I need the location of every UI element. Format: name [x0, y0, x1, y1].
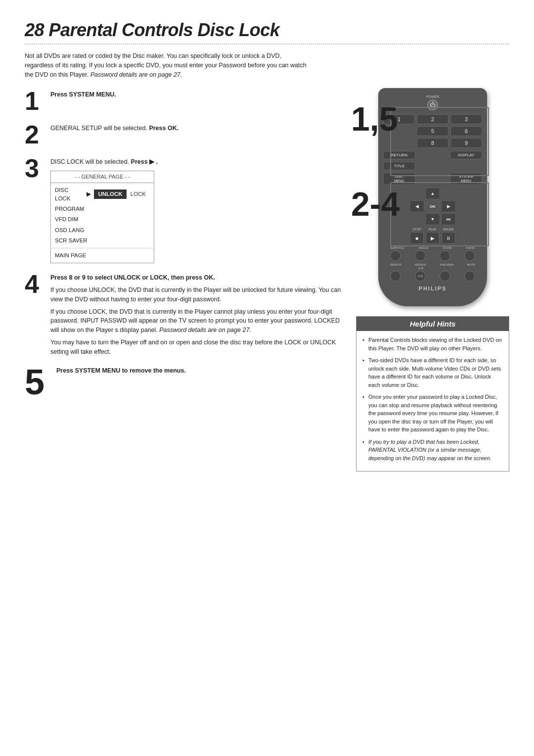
repeat-ab-label: REPEATA-B	[415, 263, 427, 270]
main-layout: 1 Press SYSTEM MENU. 2 GENERAL SETUP wil…	[25, 88, 509, 472]
btn-9[interactable]: 9	[450, 138, 482, 148]
mute-label: MUTE	[467, 263, 475, 270]
hint-item-2: Two-sided DVDs have a different ID for e…	[362, 356, 503, 389]
step-4-number: 4	[25, 271, 44, 297]
bottom-labels-2: REPEAT REPEATA-B PREVIEW MUTE	[383, 263, 482, 270]
cross-empty-tr	[441, 188, 456, 199]
menu-row-btns: DISCMENU SYSTEMMENU	[383, 173, 482, 185]
spacer1	[417, 151, 448, 159]
mute-button[interactable]	[464, 271, 475, 282]
pause-button[interactable]: ⏸	[442, 232, 455, 244]
step-3: 3 DISC LOCK will be selected. Press ▶ . …	[25, 155, 346, 263]
btn-2[interactable]: 2	[417, 114, 448, 124]
display-button[interactable]: DISPLAY	[450, 151, 482, 159]
step-1: 1 Press SYSTEM MENU.	[25, 88, 346, 114]
preview-label: PREVIEW	[440, 263, 454, 270]
intro-text: Not all DVDs are rated or coded by the D…	[25, 51, 312, 79]
circle-row-1	[383, 250, 482, 261]
step-5-bold: Press SYSTEM MENU to remove the menus.	[56, 367, 186, 374]
transport-buttons: ■ ▶ ⏸	[383, 232, 482, 244]
step-2-number: 2	[25, 122, 44, 147]
repeat-ab-button[interactable]: A-B	[415, 271, 426, 282]
step-1-bold: Press SYSTEM MENU.	[50, 91, 116, 98]
transport-labels: STOP PLAY PAUSE	[383, 228, 482, 231]
on-screen-menu: - - GENERAL PAGE - - DISC LOCK ▶ UNLOCK …	[50, 171, 154, 263]
btn-4-empty	[383, 126, 415, 136]
down-button[interactable]: ▼	[425, 213, 440, 225]
step-4-bold-intro: Press 8 or 9 to select UNLOCK or LOCK, t…	[50, 274, 215, 281]
hint-item-1: Parental Controls blocks viewing of the …	[362, 336, 503, 352]
subtitle-label: SUBTITLE	[390, 246, 404, 249]
spacer2	[417, 162, 448, 170]
step-4-content: Press 8 or 9 to select UNLOCK or LOCK, t…	[50, 271, 346, 356]
audio-button[interactable]	[464, 250, 475, 261]
step-2-text: GENERAL SETUP will be selected.	[50, 125, 147, 132]
step-4: 4 Press 8 or 9 to select UNLOCK or LOCK,…	[25, 271, 346, 356]
step-2-content: GENERAL SETUP will be selected. Press OK…	[50, 122, 346, 133]
right-column: 1,5 2-4 POWER ⏻ 1 2 3 5 6	[356, 88, 509, 472]
audio-label: AUDIO	[466, 246, 475, 249]
step-4-para1: If you choose UNLOCK, the DVD that is cu…	[50, 285, 346, 304]
btn-8[interactable]: 8	[417, 138, 448, 148]
left-column: 1 Press SYSTEM MENU. 2 GENERAL SETUP wil…	[25, 88, 346, 472]
step-3-number: 3	[25, 155, 44, 181]
btn-5[interactable]: 5	[417, 126, 448, 136]
zoom-button[interactable]	[440, 250, 450, 261]
disc-menu-button[interactable]: DISCMENU	[383, 173, 415, 185]
subtitle-button[interactable]	[390, 250, 401, 261]
fast-forward-button[interactable]: ⏭	[441, 213, 456, 225]
cross-empty-tl	[409, 188, 424, 199]
play-label: PLAY	[426, 228, 440, 231]
page-title: 28 Parental Controls Disc Lock	[25, 20, 509, 41]
btn-6[interactable]: 6	[450, 126, 482, 136]
return-button[interactable]: RETURN	[383, 151, 415, 159]
remote-wrapper: 1,5 2-4 POWER ⏻ 1 2 3 5 6	[378, 88, 487, 306]
play-button[interactable]: ▶	[426, 232, 440, 244]
menu-items-list: DISC LOCK ▶ UNLOCK LOCK PROGRAM VFD DIM	[51, 183, 154, 263]
menu-item-scr-saver: SCR SAVER	[51, 236, 154, 246]
preview-button[interactable]	[440, 271, 450, 282]
step-5-number: 5	[25, 364, 49, 400]
menu-separator	[51, 248, 154, 248]
hint-item-4: If you try to play a DVD that has been L…	[362, 438, 503, 463]
step-2-bold: Press OK.	[149, 125, 178, 132]
repeat-button[interactable]	[390, 271, 401, 282]
bottom-labels-1: SUBTITLE ANGLE ZOOM AUDIO	[383, 246, 482, 249]
power-button[interactable]: ⏻	[427, 99, 438, 110]
section-divider	[25, 44, 509, 45]
brand-logo: PHILIPS	[383, 285, 482, 291]
step-3-text: DISC LOCK will be selected. Press ▶ .	[50, 158, 158, 165]
ok-button[interactable]: OK	[425, 200, 440, 212]
remote-top-section: ⏻	[383, 99, 482, 110]
helpful-hints-box: Helpful Hints Parental Controls blocks v…	[356, 316, 509, 472]
angle-label: ANGLE	[418, 246, 428, 249]
step-3-content: DISC LOCK will be selected. Press ▶ . - …	[50, 155, 346, 263]
system-menu-button[interactable]: SYSTEMMENU	[450, 173, 482, 185]
btn-1[interactable]: 1	[383, 114, 415, 124]
hints-list: Parental Controls blocks viewing of the …	[362, 336, 503, 462]
right-button[interactable]: ▶	[441, 200, 456, 212]
btn-3[interactable]: 3	[450, 114, 482, 124]
btn-7-empty	[383, 138, 415, 148]
pause-label: PAUSE	[442, 228, 455, 231]
step-1-content: Press SYSTEM MENU.	[50, 88, 346, 99]
stop-button[interactable]: ■	[410, 232, 424, 244]
cross-pad: ▲ ◀ OK ▶ ▼ ⏭	[383, 188, 482, 225]
helpful-hints-title: Helpful Hints	[356, 317, 509, 331]
remote-control: POWER ⏻ 1 2 3 5 6 8 9 R	[378, 88, 487, 306]
zoom-label: ZOOM	[443, 246, 451, 249]
menu-item-program: PROGRAM	[51, 204, 154, 214]
step-1-number: 1	[25, 88, 44, 114]
repeat-label: REPEAT	[390, 263, 402, 270]
menu-item-vfd-dim: VFD DIM	[51, 214, 154, 225]
step-5-content: Press SYSTEM MENU to remove the menus.	[56, 364, 346, 376]
spacer3	[451, 162, 482, 170]
menu-item-osd-lang: OSD LANG	[51, 225, 154, 236]
up-button[interactable]: ▲	[425, 188, 440, 199]
return-display-row: RETURN DISPLAY	[383, 151, 482, 159]
title-row: TITLE	[383, 162, 482, 170]
title-button[interactable]: TITLE	[383, 162, 415, 170]
left-button[interactable]: ◀	[409, 200, 424, 212]
angle-button[interactable]	[415, 250, 426, 261]
cross-empty-bl	[409, 213, 424, 225]
